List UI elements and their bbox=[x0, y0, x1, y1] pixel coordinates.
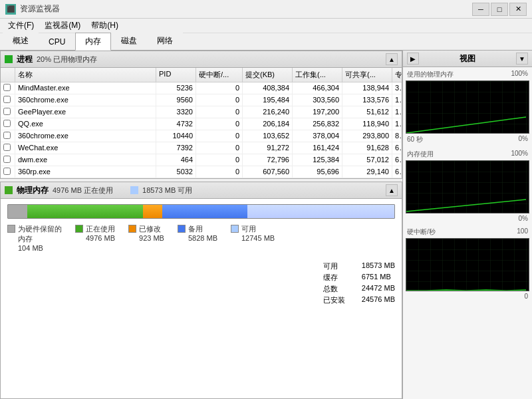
memory-legend: 为硬件保留的内存104 MB 正在使用4976 MB 已修改923 MB 备用5… bbox=[1, 221, 402, 255]
tab-network[interactable]: 网络 bbox=[147, 32, 183, 50]
restore-button[interactable]: □ bbox=[491, 3, 508, 16]
chart-physical-memory: 使用的物理内存 100% 60 秒 0% bbox=[403, 67, 532, 147]
table-row[interactable]: GeePlayer.exe 3320 0 216,240 197,200 51,… bbox=[1, 106, 402, 118]
legend-hardware-text: 为硬件保留的内存104 MB bbox=[18, 224, 62, 252]
minimize-button[interactable]: ─ bbox=[472, 3, 489, 16]
row-workset: 197,200 bbox=[293, 106, 342, 118]
right-nav-button[interactable]: ▶ bbox=[407, 53, 419, 65]
row-name: QQ.exe bbox=[15, 118, 156, 130]
row-commit: 195,484 bbox=[243, 94, 293, 106]
col-check bbox=[1, 68, 15, 82]
row-pid: 5236 bbox=[156, 82, 196, 94]
stat-available: 可用 18573 MB bbox=[323, 261, 395, 271]
row-check[interactable] bbox=[1, 118, 15, 130]
row-workset: 161,424 bbox=[293, 142, 342, 154]
chart1-time: 60 秒 bbox=[407, 135, 423, 144]
chart1-container bbox=[406, 80, 529, 134]
stat-installed-value: 24576 MB bbox=[362, 295, 395, 305]
chart2-bottom-labels: 0% bbox=[406, 215, 529, 222]
process-table: 名称 PID 硬中断/... 提交(KB) 工作集(... 可共享(... 专用… bbox=[0, 68, 402, 179]
row-hard: 0 bbox=[196, 142, 243, 154]
row-commit: 408,384 bbox=[243, 82, 293, 94]
col-commit[interactable]: 提交(KB) bbox=[243, 68, 293, 82]
row-private: 66,556 bbox=[392, 166, 402, 178]
legend-free: 可用12745 MB bbox=[231, 224, 275, 252]
tab-cpu[interactable]: CPU bbox=[39, 34, 75, 50]
tab-bar: 概述 CPU 内存 磁盘 网络 bbox=[0, 33, 532, 51]
col-workset[interactable]: 工作集(... bbox=[293, 68, 342, 82]
process-badge bbox=[5, 55, 13, 63]
memory-info1: 4976 MB 正在使用 bbox=[53, 186, 113, 196]
chart-memory-usage: 内存使用 100% 0% bbox=[403, 147, 532, 225]
row-shareable: 29,140 bbox=[342, 166, 392, 178]
tab-memory[interactable]: 内存 bbox=[75, 33, 111, 51]
menu-monitor[interactable]: 监视器(M) bbox=[39, 19, 86, 33]
row-pid: 9560 bbox=[156, 94, 196, 106]
row-name: 360chrome.exe bbox=[15, 94, 156, 106]
legend-standby: 备用5828 MB bbox=[178, 224, 217, 252]
table-row[interactable]: 360rp.exe 5032 0 607,560 95,696 29,140 6… bbox=[1, 166, 402, 178]
chart2-title: 内存使用 bbox=[407, 150, 434, 159]
row-check[interactable] bbox=[1, 82, 15, 94]
menu-help[interactable]: 帮助(H) bbox=[86, 19, 124, 33]
table-row[interactable]: QQ.exe 4732 0 206,184 256,832 118,940 13… bbox=[1, 118, 402, 130]
col-hard[interactable]: 硬中断/... bbox=[196, 68, 243, 82]
stat-available-label: 可用 bbox=[323, 261, 356, 271]
row-pid: 4732 bbox=[156, 118, 196, 130]
right-dropdown-button[interactable]: ▼ bbox=[516, 53, 528, 65]
menu-bar: 文件(F) 监视器(M) 帮助(H) bbox=[0, 19, 532, 33]
chart2-grid bbox=[406, 161, 529, 213]
row-private: 84,204 bbox=[392, 130, 402, 142]
memory-bar bbox=[7, 204, 395, 219]
chart3-grid bbox=[406, 239, 529, 291]
row-check[interactable] bbox=[1, 142, 15, 154]
table-row[interactable]: 360chrome.exe 10440 0 103,652 378,004 29… bbox=[1, 130, 402, 142]
col-name[interactable]: 名称 bbox=[15, 68, 156, 82]
col-pid[interactable]: PID bbox=[156, 68, 196, 82]
stat-total: 总数 24472 MB bbox=[323, 284, 395, 294]
process-expand-button[interactable]: ▲ bbox=[386, 53, 398, 65]
table-header: 名称 PID 硬中断/... 提交(KB) 工作集(... 可共享(... 专用… bbox=[1, 68, 402, 82]
legend-standby-text: 备用5828 MB bbox=[188, 224, 217, 242]
row-pid: 7392 bbox=[156, 142, 196, 154]
row-workset: 303,560 bbox=[293, 94, 342, 106]
col-shareable[interactable]: 可共享(... bbox=[342, 68, 392, 82]
row-check[interactable] bbox=[1, 154, 15, 166]
row-shareable: 133,576 bbox=[342, 94, 392, 106]
stat-available-value: 18573 MB bbox=[362, 261, 395, 271]
mem-seg-free bbox=[247, 205, 394, 218]
row-workset: 95,696 bbox=[293, 166, 342, 178]
chart1-bottom-labels: 60 秒 0% bbox=[406, 135, 529, 144]
table-row[interactable]: 360chrome.exe 9560 0 195,484 303,560 133… bbox=[1, 94, 402, 106]
memory-info2: 18573 MB 可用 bbox=[142, 186, 192, 196]
legend-hardware: 为硬件保留的内存104 MB bbox=[7, 224, 62, 252]
window-controls: ─ □ ✕ bbox=[472, 3, 527, 16]
row-commit: 216,240 bbox=[243, 106, 293, 118]
col-private[interactable]: 专用(KB) bbox=[392, 68, 402, 82]
row-private: 327,360 bbox=[392, 82, 402, 94]
title-bar: ⬛ 资源监视器 ─ □ ✕ bbox=[0, 0, 532, 19]
row-pid: 10440 bbox=[156, 130, 196, 142]
row-workset: 256,832 bbox=[293, 118, 342, 130]
row-check[interactable] bbox=[1, 106, 15, 118]
legend-free-box bbox=[231, 225, 239, 233]
stat-cache-label: 缓存 bbox=[323, 273, 356, 283]
row-check[interactable] bbox=[1, 166, 15, 178]
legend-inuse-box bbox=[75, 225, 83, 233]
table-row[interactable]: MindMaster.exe 5236 0 408,384 466,304 13… bbox=[1, 82, 402, 94]
menu-file[interactable]: 文件(F) bbox=[3, 19, 39, 33]
stat-installed-label: 已安装 bbox=[323, 295, 356, 305]
row-private: 137,892 bbox=[392, 118, 402, 130]
memory-bar-container bbox=[1, 199, 402, 221]
tab-disk[interactable]: 磁盘 bbox=[111, 32, 147, 50]
memory-expand-button[interactable]: ▲ bbox=[386, 184, 398, 196]
tab-overview[interactable]: 概述 bbox=[3, 32, 39, 50]
close-button[interactable]: ✕ bbox=[509, 3, 527, 16]
stat-installed: 已安装 24576 MB bbox=[323, 295, 395, 305]
row-check[interactable] bbox=[1, 94, 15, 106]
row-check[interactable] bbox=[1, 130, 15, 142]
row-name: 360rp.exe bbox=[15, 166, 156, 178]
chart1-pct0: 0% bbox=[519, 135, 528, 144]
table-row[interactable]: dwm.exe 464 0 72,796 125,384 57,012 68,3… bbox=[1, 154, 402, 166]
table-row[interactable]: WeChat.exe 7392 0 91,272 161,424 91,628 … bbox=[1, 142, 402, 154]
